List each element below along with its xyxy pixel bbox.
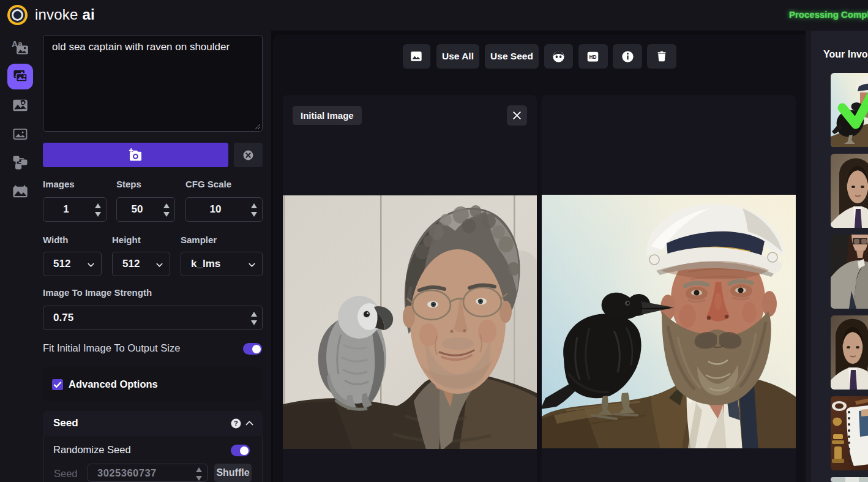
svg-text:?: ? [234,420,238,427]
svg-text:HD: HD [589,54,597,60]
